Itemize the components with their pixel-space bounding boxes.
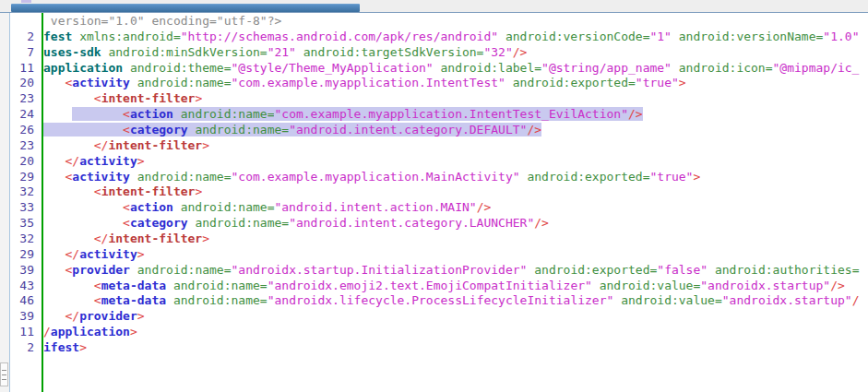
token — [296, 45, 303, 59]
token: android:value= — [621, 293, 722, 307]
token: intent-filter — [101, 184, 196, 198]
code-area[interactable]: version="1.0" encoding="utf-8"?>fest xml… — [43, 13, 868, 392]
line-number: 20 — [10, 154, 34, 170]
token — [43, 170, 65, 184]
token: > — [195, 184, 202, 198]
token: android:minSdkVersion= — [108, 45, 267, 59]
top-scrollbar-track[interactable] — [0, 0, 868, 13]
token: /> — [534, 216, 549, 230]
code-line[interactable]: ifest> — [43, 340, 868, 356]
horizontal-scrollbar-thumb[interactable] — [11, 4, 360, 12]
token: "@mipmap/ic_ — [773, 61, 860, 75]
code-line[interactable]: <intent-filter> — [43, 184, 868, 200]
code-line[interactable]: uses-sdk android:minSdkVersion="21" andr… — [43, 45, 868, 61]
code-line[interactable]: </intent-filter> — [43, 138, 868, 154]
token: meta-data — [101, 279, 166, 292]
token — [592, 279, 600, 292]
splitter-grip[interactable] — [0, 362, 8, 386]
token: android:name= — [137, 76, 232, 89]
code-line[interactable]: </activity> — [43, 154, 868, 170]
token: intent-filter — [108, 138, 202, 152]
token — [43, 200, 123, 214]
selected-token: "com.example.myapplication.IntentTest_Ev… — [274, 107, 628, 121]
token — [43, 232, 94, 245]
token: > — [130, 325, 137, 339]
token: "@style/Theme_MyApplication" — [232, 61, 434, 75]
token: android:authorities= — [715, 263, 860, 277]
code-line[interactable]: <action android:name="android.intent.act… — [43, 200, 868, 216]
code-line[interactable]: </activity> — [43, 247, 868, 263]
code-line[interactable]: </provider> — [43, 309, 868, 325]
token: "androidx.startup" — [722, 293, 852, 307]
token — [130, 263, 137, 277]
line-number: 2 — [10, 30, 34, 45]
selected-token: action — [130, 107, 173, 121]
token: </ — [65, 154, 79, 168]
code-line[interactable]: <activity android:name="com.example.myap… — [43, 76, 868, 91]
token — [43, 216, 123, 230]
line-number: 39 — [10, 309, 34, 325]
token: android:name= — [173, 293, 268, 307]
token — [130, 76, 137, 89]
text-editor[interactable]: 271120232426232029323335322939434639112 … — [9, 13, 868, 392]
code-line[interactable]: fest xmlns:android="http://schemas.andro… — [43, 30, 868, 45]
line-number: 29 — [10, 170, 34, 185]
code-line[interactable]: version="1.0" encoding="utf-8"?> — [43, 14, 868, 30]
token: "1.0" — [823, 30, 859, 43]
token: android:name= — [173, 279, 268, 292]
token: "androidx.startup" — [700, 279, 830, 292]
token: > — [137, 154, 145, 168]
selected-token: "android.intent.category.DEFAULT" — [289, 123, 527, 137]
line-number: 23 — [10, 91, 34, 107]
code-line[interactable]: <action android:name="com.example.myappl… — [43, 107, 868, 123]
token: android:exported= — [527, 170, 649, 184]
token: provider — [79, 309, 137, 323]
line-number: 24 — [10, 107, 34, 123]
token: android:name= — [137, 263, 232, 277]
code-line[interactable]: application android:theme="@style/Theme_… — [43, 61, 868, 77]
token: </ — [94, 232, 109, 245]
token: < — [94, 279, 101, 292]
code-line[interactable]: /application> — [43, 325, 868, 340]
token: android:theme= — [130, 61, 232, 75]
code-line[interactable]: <category android:name="android.intent.c… — [43, 123, 868, 138]
code-line[interactable]: <intent-filter> — [43, 91, 868, 107]
token: android:icon= — [679, 61, 773, 75]
token: android:exported= — [513, 76, 636, 89]
token: intent-filter — [108, 232, 202, 245]
token: > — [202, 232, 209, 245]
token: action — [130, 200, 173, 214]
token: category — [130, 216, 188, 230]
token — [123, 61, 130, 75]
token: xmlns:android= — [79, 30, 181, 43]
token: android:versionName= — [679, 30, 824, 43]
code-line[interactable]: </intent-filter> — [43, 232, 868, 247]
token — [43, 154, 65, 168]
token: > — [202, 138, 209, 152]
code-line[interactable]: <meta-data android:name="androidx.lifecy… — [43, 293, 868, 309]
code-line[interactable]: <activity android:name="com.example.myap… — [43, 170, 868, 185]
token: < — [94, 184, 101, 198]
token: / — [852, 293, 860, 307]
line-number: 29 — [10, 247, 34, 263]
code-line[interactable]: <category android:name="android.intent.c… — [43, 216, 868, 232]
line-number — [10, 14, 34, 30]
token: > — [195, 91, 202, 105]
line-number: 32 — [10, 232, 34, 247]
line-number: 39 — [10, 263, 34, 279]
token — [43, 138, 94, 152]
token — [166, 279, 173, 292]
token: "true" — [649, 170, 693, 184]
token: > — [679, 76, 686, 89]
token: > — [693, 170, 700, 184]
token — [173, 200, 181, 214]
code-line[interactable]: <provider android:name="androidx.startup… — [43, 263, 868, 279]
code-line[interactable]: <meta-data android:name="androidx.emoji2… — [43, 279, 868, 294]
token: </ — [94, 138, 109, 152]
token: android:value= — [600, 279, 701, 292]
line-number: 11 — [10, 325, 34, 340]
line-number: 7 — [10, 45, 34, 61]
token: android:label= — [440, 61, 541, 75]
token — [43, 293, 94, 307]
selected-token: /> — [527, 123, 541, 137]
